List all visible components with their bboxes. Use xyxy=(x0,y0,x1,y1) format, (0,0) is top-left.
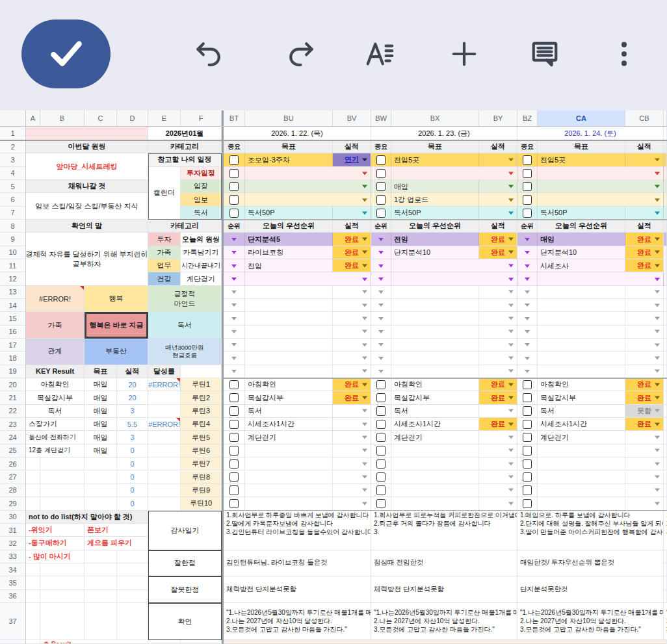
dropdown-arrow-icon[interactable] xyxy=(655,357,660,360)
cell-CB2[interactable]: 실적 xyxy=(625,140,664,153)
checkbox-icon[interactable] xyxy=(523,446,532,456)
empty-cell[interactable] xyxy=(664,418,667,431)
cell-CA11[interactable]: 시세조사 xyxy=(538,259,625,272)
empty-cell[interactable] xyxy=(245,497,333,510)
cell-BW14[interactable] xyxy=(371,299,391,312)
dropdown-arrow-icon[interactable] xyxy=(362,330,367,333)
cell-F10[interactable]: 카톡남기기 xyxy=(181,246,222,259)
cell-CB11[interactable]: 완료 xyxy=(625,259,664,272)
cell-BZ13[interactable] xyxy=(517,286,538,299)
empty-cell[interactable] xyxy=(664,563,667,576)
cell-BY4[interactable] xyxy=(479,167,517,180)
cell-CB25[interactable] xyxy=(625,444,664,457)
cell-F22[interactable]: 루틴3 xyxy=(181,405,222,418)
dropdown-arrow-icon[interactable] xyxy=(525,330,530,333)
empty-cell[interactable] xyxy=(85,497,117,510)
checkbox-icon[interactable] xyxy=(376,380,386,390)
dropdown-arrow-icon[interactable] xyxy=(231,251,237,254)
cell-BU21[interactable]: 목실감시부 xyxy=(245,391,333,404)
empty-cell[interactable] xyxy=(26,640,40,644)
row-header-37[interactable]: 37 xyxy=(0,603,26,640)
empty-cell[interactable] xyxy=(85,550,117,563)
dropdown-arrow-icon[interactable] xyxy=(525,357,530,360)
cell-F9[interactable]: 오늘의 원씽 xyxy=(181,233,222,246)
column-header-CA[interactable]: CA xyxy=(538,110,625,127)
cell-C19[interactable]: 목표 xyxy=(85,365,117,378)
cell-BZ23[interactable] xyxy=(517,418,538,431)
cell-BY6[interactable] xyxy=(479,193,517,206)
cell-BU22[interactable]: 독서 xyxy=(245,405,333,418)
dropdown-arrow-icon[interactable] xyxy=(525,317,530,320)
cell-E1[interactable]: 2026년01월 xyxy=(148,127,222,140)
empty-cell[interactable] xyxy=(117,550,148,563)
empty-cell[interactable] xyxy=(148,391,181,404)
cell-BY15[interactable] xyxy=(479,312,517,325)
cell-CA9[interactable]: 매임 xyxy=(538,233,625,246)
cell-BT17[interactable] xyxy=(224,339,245,352)
cell-BW27[interactable] xyxy=(371,471,391,484)
checkbox-icon[interactable] xyxy=(229,209,239,218)
dropdown-arrow-icon[interactable] xyxy=(362,172,367,175)
cell-BY18[interactable] xyxy=(479,352,517,365)
cell-BZ18[interactable] xyxy=(517,352,538,365)
empty-cell[interactable] xyxy=(664,378,667,391)
cell-BT20[interactable] xyxy=(224,378,245,391)
cell-BY24[interactable] xyxy=(479,431,517,444)
cell-BY12[interactable] xyxy=(479,272,517,285)
dropdown-arrow-icon[interactable] xyxy=(508,343,514,346)
cell-CA8[interactable]: 오늘의 우선순위 xyxy=(538,220,625,233)
empty-cell[interactable] xyxy=(245,286,333,299)
cell-BW15[interactable] xyxy=(371,312,391,325)
dropdown-arrow-icon[interactable] xyxy=(508,330,514,333)
cell-BY28[interactable] xyxy=(479,484,517,497)
cell-BY22[interactable] xyxy=(479,405,517,418)
cell-F21[interactable]: 루틴2 xyxy=(181,391,222,404)
dropdown-arrow-icon[interactable] xyxy=(508,357,514,360)
cell-BZ11[interactable] xyxy=(517,259,538,272)
cell-BT27[interactable] xyxy=(224,471,245,484)
empty-cell[interactable] xyxy=(148,497,181,510)
empty-cell[interactable] xyxy=(148,405,181,418)
cell-E4[interactable]: 캘린더 xyxy=(148,167,181,220)
cell-CB15[interactable] xyxy=(625,312,664,325)
cell-CB10[interactable]: 완료 xyxy=(625,246,664,259)
empty-cell[interactable] xyxy=(391,365,479,378)
cell-E12[interactable]: 건강 xyxy=(148,272,181,285)
dropdown-arrow-icon[interactable] xyxy=(508,409,514,413)
cell-E9[interactable]: 투자 xyxy=(148,233,181,246)
checkbox-icon[interactable] xyxy=(376,433,386,443)
row-header-27[interactable]: 27 xyxy=(0,471,26,484)
cell-F7[interactable]: 독서 xyxy=(181,207,222,220)
empty-cell[interactable] xyxy=(391,339,479,352)
row-header-26[interactable]: 26 xyxy=(0,457,26,470)
dropdown-arrow-icon[interactable] xyxy=(508,476,514,479)
cell-BY27[interactable] xyxy=(479,471,517,484)
cell-F23[interactable]: 루틴4 xyxy=(181,418,222,431)
cell-BW37[interactable]: "1.나는2026년5월30일까지 투기로산 매물1개를 매 2.나는 2027… xyxy=(371,603,517,640)
checkbox-icon[interactable] xyxy=(229,446,239,456)
cell-F28[interactable]: 루틴9 xyxy=(181,484,222,497)
cell-BX6[interactable]: 1강 업로드 xyxy=(391,193,479,206)
checkbox-icon[interactable] xyxy=(376,485,386,495)
cell-BW26[interactable] xyxy=(371,457,391,470)
column-header-BV[interactable]: BV xyxy=(333,110,371,127)
cell-BX3[interactable]: 전임5곳 xyxy=(391,153,479,166)
cell-BY2[interactable]: 실적 xyxy=(479,140,517,153)
row-header-23[interactable]: 23 xyxy=(0,418,26,431)
cell-BZ10[interactable] xyxy=(517,246,538,259)
row-header-35[interactable]: 35 xyxy=(0,576,26,589)
dropdown-arrow-icon[interactable] xyxy=(655,409,660,413)
empty-cell[interactable] xyxy=(26,484,40,497)
cell-E11[interactable]: 업무 xyxy=(148,259,181,272)
checkbox-icon[interactable] xyxy=(523,195,532,205)
cell-BV12[interactable] xyxy=(333,272,371,285)
cell-BV11[interactable]: 완료 xyxy=(333,259,371,272)
dropdown-arrow-icon[interactable] xyxy=(378,238,384,241)
cell-BY26[interactable] xyxy=(479,457,517,470)
dropdown-arrow-icon[interactable] xyxy=(655,159,660,162)
dropdown-arrow-icon[interactable] xyxy=(508,172,514,175)
empty-cell[interactable] xyxy=(391,457,479,470)
empty-cell[interactable] xyxy=(26,471,40,484)
cell-BT21[interactable] xyxy=(224,391,245,404)
checkbox-icon[interactable] xyxy=(376,420,386,430)
